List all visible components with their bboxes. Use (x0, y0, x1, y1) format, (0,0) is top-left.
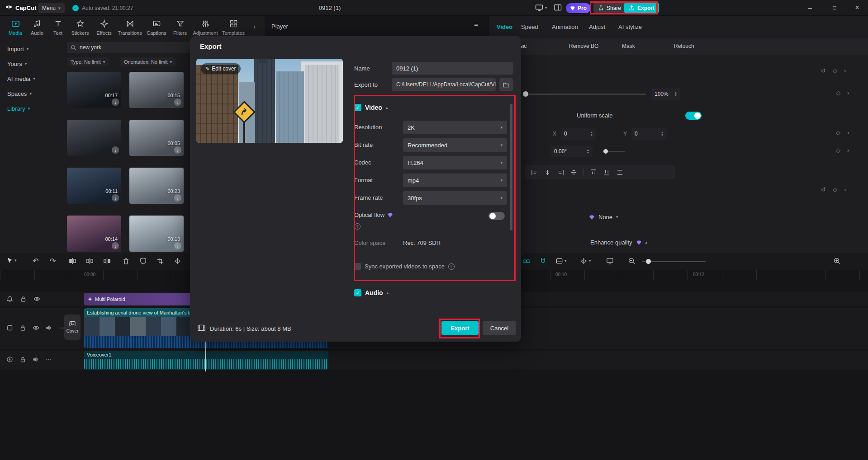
type-filter[interactable]: Type: No limit▾ (67, 57, 109, 66)
lock-icon[interactable] (19, 324, 26, 331)
download-icon[interactable]: ↓ (112, 242, 119, 249)
redo-button[interactable]: ↷ (50, 257, 56, 265)
download-circle-icon[interactable] (6, 356, 13, 363)
mirror-options-button[interactable]: ▾ (580, 257, 591, 265)
media-thumbnail[interactable]: 00:11 ↓ (67, 168, 121, 204)
stepper-icon[interactable]: ▲▼ (590, 131, 593, 136)
timeline-zoom-knob[interactable] (646, 259, 651, 264)
timeline-zoom-slider[interactable] (642, 261, 706, 262)
ribbon-tab-audio[interactable]: Audio (26, 19, 48, 36)
speaker-icon[interactable] (33, 356, 39, 363)
split-right-button[interactable] (103, 257, 111, 265)
download-icon[interactable]: ↓ (174, 242, 181, 249)
display-mode-button[interactable]: ▾ (535, 4, 547, 12)
sync-to-space-row[interactable]: ✓ Sync exported videos to space ? (354, 263, 455, 270)
align-bottom-icon[interactable] (603, 169, 610, 176)
align-center-h-icon[interactable] (544, 169, 551, 176)
link-clips-button[interactable] (522, 257, 531, 265)
position-y-field[interactable]: 0 ▲▼ (631, 128, 667, 140)
sidebar-item-import[interactable]: Import▾ (7, 46, 28, 52)
ribbon-tab-effects[interactable]: Effects (92, 19, 116, 36)
reset-icon[interactable]: ↺ (821, 187, 826, 192)
pro-badge[interactable]: Pro (566, 3, 591, 13)
effect-clip[interactable]: Multi Polaroid (84, 293, 205, 305)
download-icon[interactable]: ↓ (174, 194, 181, 202)
keyframe-diamond-icon[interactable]: ◇ (836, 147, 840, 153)
media-thumbnail[interactable]: 00:13 ↓ (129, 216, 184, 252)
format-select[interactable]: mp4▾ (403, 174, 507, 187)
ribbon-tab-transitions[interactable]: Transitions (116, 19, 144, 36)
ribbon-tab-templates[interactable]: Templates (220, 19, 247, 36)
magnet-snap-button[interactable] (539, 257, 547, 265)
lock-icon[interactable] (19, 356, 26, 363)
sidebar-item-ai-media[interactable]: AI media▾ (7, 75, 35, 82)
orientation-filter[interactable]: Orientation: No limit▾ (120, 57, 175, 66)
align-right-icon[interactable] (557, 169, 564, 176)
position-x-field[interactable]: 0 ▲▼ (561, 128, 596, 140)
distribute-icon[interactable] (617, 169, 623, 176)
menu-button[interactable]: Menu ▾ (38, 3, 65, 13)
more-options-icon[interactable]: ⋯ (46, 357, 52, 362)
export-button[interactable]: Export (624, 3, 659, 13)
delete-button[interactable] (122, 257, 130, 265)
audio-section-header[interactable]: ✓ Audio ▴ (354, 289, 389, 296)
stepper-icon[interactable]: ▲▼ (661, 131, 664, 136)
lock-icon[interactable] (20, 296, 27, 302)
info-icon[interactable]: ? (354, 223, 360, 230)
dialog-cancel-button[interactable]: Cancel (483, 321, 516, 335)
main-track-options-button[interactable]: ▾ (555, 257, 567, 265)
split-left-button[interactable] (69, 257, 76, 265)
split-button[interactable] (86, 257, 94, 265)
media-thumbnail[interactable]: 00:23 ↓ (129, 168, 184, 204)
rotate-dial-knob[interactable] (603, 149, 608, 154)
panel-layout-button[interactable] (554, 4, 562, 12)
expand-icon[interactable]: › (847, 90, 849, 96)
download-icon[interactable]: ↓ (174, 99, 181, 106)
ribbon-tab-stickers[interactable]: Stickers (68, 19, 92, 36)
undo-button[interactable]: ↶ (33, 257, 38, 265)
ribbon-tab-filters[interactable]: Filters (169, 19, 191, 36)
speaker-icon[interactable] (46, 324, 52, 331)
resolution-select[interactable]: 2K▾ (403, 121, 507, 134)
expand-icon[interactable]: › (844, 187, 846, 192)
rotate-dial[interactable] (605, 151, 625, 152)
zoom-in-button[interactable] (833, 257, 841, 265)
download-icon[interactable]: ↓ (174, 146, 181, 154)
audio-checkbox[interactable]: ✓ (354, 289, 361, 296)
edit-cover-button[interactable]: ✎ Edit cover (201, 63, 241, 74)
crop-button[interactable] (157, 257, 164, 265)
media-thumbnail[interactable]: 00:14 ↓ (67, 216, 121, 252)
align-top-icon[interactable] (590, 169, 597, 176)
tab-adjust[interactable]: Adjust (589, 23, 605, 30)
ribbon-tab-text[interactable]: Text (48, 19, 68, 36)
media-thumbnail[interactable]: 00:17 ↓ (67, 72, 121, 108)
video-checkbox[interactable]: ✓ (354, 104, 361, 111)
download-icon[interactable]: ↓ (112, 99, 119, 106)
ribbon-expand-icon[interactable]: › (253, 23, 256, 30)
framerate-select[interactable]: 30fps▾ (403, 191, 507, 205)
mirror-button[interactable] (174, 257, 181, 265)
download-icon[interactable]: ↓ (112, 146, 119, 154)
tab-speed[interactable]: Speed (521, 23, 538, 30)
audio-clip[interactable]: Voiceover1 (84, 351, 328, 370)
subtab-retouch[interactable]: Retouch (674, 43, 694, 49)
align-left-icon[interactable] (531, 169, 538, 176)
ribbon-tab-captions[interactable]: Captions (144, 19, 169, 36)
main-track-icon[interactable] (6, 324, 13, 331)
reset-icon[interactable]: ↺ (821, 68, 826, 74)
tab-video[interactable]: Video (497, 23, 512, 30)
scale-slider-knob[interactable] (523, 91, 528, 97)
keyframe-diamond-icon[interactable]: ◇ (836, 130, 840, 136)
mute-track-button[interactable] (139, 257, 147, 265)
tab-ai-stylize[interactable]: AI stylize (618, 23, 642, 30)
tab-animation[interactable]: Animation (552, 23, 578, 30)
select-tool-button[interactable]: ▾ (5, 257, 17, 264)
subtab-mask[interactable]: Mask (622, 43, 635, 49)
media-thumbnail[interactable]: 00:05 ↓ (129, 120, 184, 156)
scale-value-field[interactable]: 100% ▲▼ (651, 88, 680, 100)
media-thumbnail[interactable]: 00:15 ↓ (129, 72, 184, 108)
keyframe-diamond-icon[interactable]: ◇ (833, 68, 837, 74)
enhance-quality-section[interactable]: Enhance quality ▴ (590, 239, 647, 246)
eye-icon[interactable] (33, 296, 40, 302)
bitrate-select[interactable]: Recommended▾ (403, 138, 507, 152)
